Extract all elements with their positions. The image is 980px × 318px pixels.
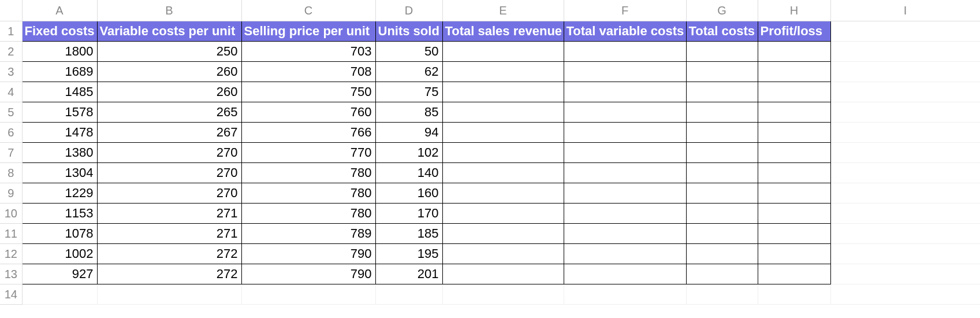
cell-I12[interactable] (830, 244, 980, 264)
cell-A1[interactable]: Fixed costs (22, 21, 97, 42)
col-heading-A[interactable]: A (22, 0, 97, 21)
row-heading-10[interactable]: 10 (0, 204, 22, 224)
cell-E9[interactable] (442, 183, 564, 204)
cell-B2[interactable]: 250 (97, 42, 241, 62)
cell-E7[interactable] (442, 143, 564, 163)
cell-D2[interactable]: 50 (375, 42, 442, 62)
row-heading-6[interactable]: 6 (0, 123, 22, 143)
cell-F8[interactable] (564, 163, 686, 183)
cell-D5[interactable]: 85 (375, 102, 442, 123)
cell-A10[interactable]: 1153 (22, 204, 97, 224)
cell-F6[interactable] (564, 123, 686, 143)
cell-B6[interactable]: 267 (97, 123, 241, 143)
cell-D13[interactable]: 201 (375, 264, 442, 284)
cell-H10[interactable] (758, 204, 830, 224)
cell-F2[interactable] (564, 42, 686, 62)
cell-F3[interactable] (564, 62, 686, 82)
cell-F5[interactable] (564, 102, 686, 123)
cell-G12[interactable] (686, 244, 758, 264)
cell-E12[interactable] (442, 244, 564, 264)
cell-B5[interactable]: 265 (97, 102, 241, 123)
cell-E3[interactable] (442, 62, 564, 82)
cell-C1[interactable]: Selling price per unit (241, 21, 375, 42)
cell-G6[interactable] (686, 123, 758, 143)
cell-I6[interactable] (830, 123, 980, 143)
cell-I5[interactable] (830, 102, 980, 123)
select-all-corner[interactable] (0, 0, 22, 21)
cell-D1[interactable]: Units sold (375, 21, 442, 42)
cell-A11[interactable]: 1078 (22, 224, 97, 244)
cell-B7[interactable]: 270 (97, 143, 241, 163)
cell-H11[interactable] (758, 224, 830, 244)
cell-C4[interactable]: 750 (241, 82, 375, 102)
cell-C14[interactable] (241, 284, 375, 305)
cell-E14[interactable] (442, 284, 564, 305)
cell-F11[interactable] (564, 224, 686, 244)
col-heading-E[interactable]: E (442, 0, 564, 21)
cell-C8[interactable]: 780 (241, 163, 375, 183)
cell-A2[interactable]: 1800 (22, 42, 97, 62)
cell-H1[interactable]: Profit/loss (758, 21, 830, 42)
cell-C5[interactable]: 760 (241, 102, 375, 123)
cell-E4[interactable] (442, 82, 564, 102)
cell-A13[interactable]: 927 (22, 264, 97, 284)
cell-E13[interactable] (442, 264, 564, 284)
cell-G7[interactable] (686, 143, 758, 163)
cell-G14[interactable] (686, 284, 758, 305)
cell-C6[interactable]: 766 (241, 123, 375, 143)
cell-G5[interactable] (686, 102, 758, 123)
cell-E10[interactable] (442, 204, 564, 224)
cell-H9[interactable] (758, 183, 830, 204)
cell-I9[interactable] (830, 183, 980, 204)
cell-E6[interactable] (442, 123, 564, 143)
row-heading-2[interactable]: 2 (0, 42, 22, 62)
row-heading-1[interactable]: 1 (0, 21, 22, 42)
cell-C9[interactable]: 780 (241, 183, 375, 204)
cell-F13[interactable] (564, 264, 686, 284)
cell-B12[interactable]: 272 (97, 244, 241, 264)
cell-B13[interactable]: 272 (97, 264, 241, 284)
cell-E1[interactable]: Total sales revenue (442, 21, 564, 42)
col-heading-H[interactable]: H (758, 0, 830, 21)
cell-D9[interactable]: 160 (375, 183, 442, 204)
cell-H12[interactable] (758, 244, 830, 264)
cell-H14[interactable] (758, 284, 830, 305)
cell-G1[interactable]: Total costs (686, 21, 758, 42)
cell-H6[interactable] (758, 123, 830, 143)
cell-B9[interactable]: 270 (97, 183, 241, 204)
cell-A9[interactable]: 1229 (22, 183, 97, 204)
cell-B10[interactable]: 271 (97, 204, 241, 224)
row-heading-7[interactable]: 7 (0, 143, 22, 163)
row-heading-13[interactable]: 13 (0, 264, 22, 284)
row-heading-9[interactable]: 9 (0, 183, 22, 204)
cell-A5[interactable]: 1578 (22, 102, 97, 123)
col-heading-F[interactable]: F (564, 0, 686, 21)
cell-A7[interactable]: 1380 (22, 143, 97, 163)
cell-B3[interactable]: 260 (97, 62, 241, 82)
cell-C12[interactable]: 790 (241, 244, 375, 264)
cell-B11[interactable]: 271 (97, 224, 241, 244)
cell-I13[interactable] (830, 264, 980, 284)
cell-A3[interactable]: 1689 (22, 62, 97, 82)
col-heading-G[interactable]: G (686, 0, 758, 21)
cell-E2[interactable] (442, 42, 564, 62)
cell-H2[interactable] (758, 42, 830, 62)
cell-B4[interactable]: 260 (97, 82, 241, 102)
cell-G11[interactable] (686, 224, 758, 244)
cell-B14[interactable] (97, 284, 241, 305)
row-heading-11[interactable]: 11 (0, 224, 22, 244)
cell-D6[interactable]: 94 (375, 123, 442, 143)
cell-D12[interactable]: 195 (375, 244, 442, 264)
cell-C2[interactable]: 703 (241, 42, 375, 62)
cell-I3[interactable] (830, 62, 980, 82)
cell-F4[interactable] (564, 82, 686, 102)
cell-B1[interactable]: Variable costs per unit (97, 21, 241, 42)
cell-F12[interactable] (564, 244, 686, 264)
cell-E8[interactable] (442, 163, 564, 183)
cell-G8[interactable] (686, 163, 758, 183)
cell-F7[interactable] (564, 143, 686, 163)
cell-C7[interactable]: 770 (241, 143, 375, 163)
cell-F14[interactable] (564, 284, 686, 305)
cell-I8[interactable] (830, 163, 980, 183)
cell-H13[interactable] (758, 264, 830, 284)
